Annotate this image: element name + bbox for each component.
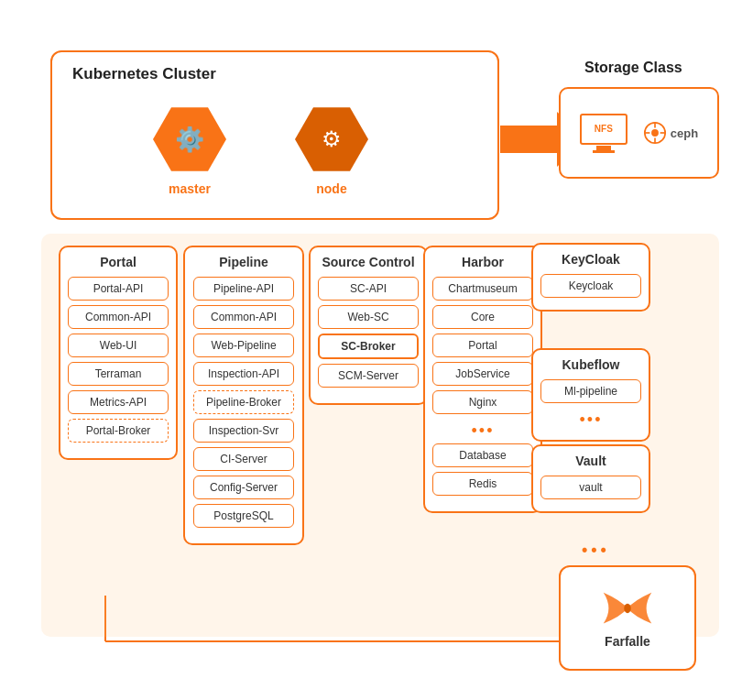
storage-class-title: Storage Class: [584, 60, 682, 76]
master-label: master: [169, 181, 211, 196]
vault-item: vault: [540, 476, 641, 499]
svg-point-13: [624, 604, 631, 614]
metrics-api-item: Metrics-API: [68, 390, 169, 414]
farfalle-box: Farfalle: [559, 565, 696, 671]
kubeflow-box: Kubeflow Ml-pipeline •••: [531, 348, 650, 442]
worker-label: node: [316, 181, 346, 196]
portal-column: Portal Portal-API Common-API Web-UI Terr…: [59, 246, 178, 460]
portal-broker-item: Portal-Broker: [68, 419, 169, 443]
worker-gear-icon: ⚙: [322, 126, 342, 152]
sc-broker-item: SC-Broker: [318, 334, 419, 359]
ml-pipeline-item: Ml-pipeline: [540, 379, 641, 403]
ceph-icon: ceph: [642, 120, 698, 146]
master-gear-icon: ⚙️: [175, 126, 204, 154]
master-hex: ⚙️: [153, 103, 226, 176]
k8s-cluster-title: Kubernetes Cluster: [72, 65, 216, 83]
k8s-cluster-box: Kubernetes Cluster ⚙️ master ⚙ node: [50, 50, 499, 220]
chartmuseum-item: Chartmuseum: [432, 277, 533, 301]
core-item: Core: [432, 305, 533, 329]
vault-dots: •••: [582, 541, 610, 560]
pipeline-title: Pipeline: [219, 255, 268, 269]
postgresql-item: PostgreSQL: [193, 504, 294, 528]
kubeflow-title: Kubeflow: [562, 357, 620, 372]
terraman-item: Terraman: [68, 362, 169, 386]
keycloak-title: KeyCloak: [562, 252, 620, 267]
ceph-svg: [642, 120, 668, 146]
source-control-column: Source Control SC-API Web-SC SC-Broker S…: [309, 246, 428, 405]
source-control-title: Source Control: [322, 255, 414, 269]
nginx-item: Nginx: [432, 390, 533, 414]
database-item: Database: [432, 443, 533, 467]
farfalle-svg-icon: [600, 587, 655, 629]
inspection-svr-item: Inspection-Svr: [193, 419, 294, 443]
worker-node: ⚙ node: [295, 103, 368, 196]
harbor-portal-item: Portal: [432, 334, 533, 357]
worker-hex: ⚙: [295, 103, 368, 176]
harbor-title: Harbor: [462, 255, 504, 269]
nfs-label: NFS: [580, 114, 628, 145]
scm-server-item: SCM-Server: [318, 364, 419, 388]
keycloak-box: KeyCloak Keycloak: [531, 243, 650, 312]
common-api-pipeline-item: Common-API: [193, 305, 294, 329]
web-pipeline-item: Web-Pipeline: [193, 334, 294, 357]
web-ui-item: Web-UI: [68, 334, 169, 357]
pipeline-api-item: Pipeline-API: [193, 277, 294, 301]
diagram-container: Kubernetes Cluster ⚙️ master ⚙ node Stor…: [0, 0, 753, 700]
pipeline-column: Pipeline Pipeline-API Common-API Web-Pip…: [183, 246, 304, 545]
storage-class-box: NFS ceph: [559, 87, 719, 179]
keycloak-item: Keycloak: [540, 274, 641, 298]
master-node: ⚙️ master: [153, 103, 226, 196]
harbor-dots: •••: [472, 421, 495, 441]
ci-server-item: CI-Server: [193, 447, 294, 471]
vault-box: Vault vault: [531, 444, 650, 513]
nfs-monitor: NFS: [580, 114, 628, 153]
jobservice-item: JobService: [432, 362, 533, 386]
kubeflow-dots: •••: [580, 410, 603, 430]
config-server-item: Config-Server: [193, 476, 294, 499]
pipeline-broker-item: Pipeline-Broker: [193, 390, 294, 414]
svg-point-8: [651, 129, 659, 137]
vault-title: Vault: [575, 454, 606, 468]
sc-api-item: SC-API: [318, 277, 419, 301]
portal-api-item: Portal-API: [68, 277, 169, 301]
redis-item: Redis: [432, 472, 533, 496]
portal-title: Portal: [100, 255, 136, 269]
farfalle-label: Farfalle: [605, 634, 650, 649]
inspection-api-item: Inspection-API: [193, 362, 294, 386]
harbor-column: Harbor Chartmuseum Core Portal JobServic…: [423, 246, 542, 513]
common-api-portal-item: Common-API: [68, 305, 169, 329]
web-sc-item: Web-SC: [318, 305, 419, 329]
monitor-base: [593, 150, 615, 153]
